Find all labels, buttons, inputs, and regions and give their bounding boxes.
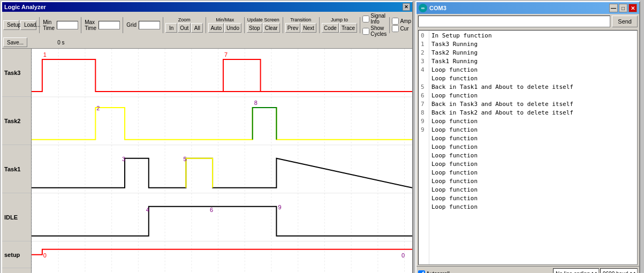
signal-label-task2: Task2 [2, 97, 31, 145]
autoscroll-checkbox[interactable] [418, 270, 425, 273]
transition-group: Transition Prev Next [285, 17, 316, 33]
com3-window: ∞ COM3 — □ ✕ Send 01234567899 In Setup f… [415, 1, 640, 273]
com3-line-text: Back in Task3 and About to delete itself [431, 100, 635, 109]
com3-line-text: Loop function [431, 203, 635, 211]
cur-checkbox[interactable] [392, 25, 399, 32]
svg-text:7: 7 [224, 51, 228, 58]
signal-info-label: Signal Info [370, 13, 387, 25]
save-button[interactable]: Save... [3, 37, 27, 47]
minmax-label: Min/Max [216, 17, 234, 22]
com3-line-text: Task2 Running [431, 49, 635, 57]
com3-input-row: Send [416, 14, 639, 29]
com3-line-number: 6 [421, 92, 427, 100]
com3-line-text: Task3 Running [431, 40, 635, 49]
com3-text-content: In Setup functionTask3 RunningTask2 Runn… [429, 31, 637, 264]
next-button[interactable]: Next [301, 23, 316, 33]
zoom-in-button[interactable]: In [165, 23, 177, 33]
transition-label: Transition [290, 17, 311, 22]
grid-label: Grid [125, 22, 138, 28]
svg-text:8: 8 [254, 100, 257, 106]
trace-button[interactable]: Trace [339, 23, 357, 33]
autoscroll-text: Autoscroll [426, 271, 450, 273]
signal-info-checkbox[interactable] [362, 16, 369, 22]
com3-close-button[interactable]: ✕ [628, 4, 637, 12]
grid-input[interactable] [139, 21, 160, 29]
signal-label-task1: Task1 [2, 145, 31, 193]
signal-labels-panel: Task3 Task2 Task1 IDLE setup [2, 49, 32, 273]
amp-checkbox-label[interactable]: Amp [392, 18, 411, 25]
min-time-label: Min Time [42, 19, 56, 31]
clear-button[interactable]: Clear [263, 23, 280, 33]
show-cycles-checkbox-label[interactable]: Show Cycles [362, 25, 387, 37]
com3-line-number [421, 134, 427, 143]
min-time-input[interactable] [57, 21, 78, 29]
waveform-area[interactable]: 1 2 3 4 5 6 7 8 9 0 0 [32, 49, 412, 273]
prev-button[interactable]: Prev [285, 23, 301, 33]
min-time-value: 0 s [57, 40, 64, 46]
com3-line-numbers: 01234567899 [419, 31, 429, 264]
auto-button[interactable]: Auto [208, 23, 224, 33]
com3-line-number [421, 74, 427, 83]
com3-serial-input[interactable] [418, 16, 610, 27]
max-time-input[interactable] [99, 21, 120, 29]
com3-line-number: 1 [421, 40, 427, 49]
jumpto-group: Jump to Code Trace [322, 17, 357, 33]
com3-line-text: Task1 Running [431, 57, 635, 66]
zoom-label: Zoom [178, 17, 191, 22]
signal-label-idle: IDLE [2, 193, 31, 241]
svg-rect-2 [32, 49, 412, 273]
zoom-all-button[interactable]: All [191, 23, 203, 33]
svg-text:0: 0 [401, 252, 405, 259]
com3-line-number: 5 [421, 83, 427, 92]
line-ending-select[interactable]: No line ending [553, 268, 599, 273]
com3-line-number [421, 203, 427, 211]
svg-text:1: 1 [43, 51, 47, 58]
signal-label-setup: setup [2, 241, 31, 268]
logic-analyzer-window: Logic Analyzer ✕ Setup... Load... Min Ti… [1, 1, 413, 273]
com3-titlebar-left: ∞ COM3 [419, 4, 446, 12]
zoom-out-button[interactable]: Out [178, 23, 191, 33]
com3-line-text: Loop function [431, 117, 635, 126]
svg-text:5: 5 [183, 156, 186, 162]
com3-maximize-button[interactable]: □ [619, 4, 627, 12]
baud-rate-select[interactable]: 9600 baud [600, 268, 638, 273]
cur-label: Cur [400, 26, 408, 32]
undo-button[interactable]: Undo [224, 23, 241, 33]
arduino-icon: ∞ [419, 4, 427, 12]
load-button[interactable]: Load... [20, 20, 36, 30]
com3-line-text: Loop function [431, 186, 635, 194]
cur-checkbox-label[interactable]: Cur [392, 25, 411, 32]
show-cycles-checkbox[interactable] [362, 28, 369, 35]
amp-checkbox[interactable] [392, 18, 399, 25]
la-close-button[interactable]: ✕ [403, 3, 410, 11]
com3-line-text: Loop function [431, 66, 635, 74]
setup-button[interactable]: Setup... [3, 20, 19, 30]
com3-minimize-button[interactable]: — [609, 4, 618, 12]
com3-line-number [421, 143, 427, 151]
autoscroll-label[interactable]: Autoscroll [418, 270, 450, 273]
com3-line-text: Loop function [431, 143, 635, 151]
com3-send-button[interactable]: Send [612, 16, 638, 27]
signal-info-checkbox-label[interactable]: Signal Info [362, 13, 387, 25]
com3-output-area[interactable]: 01234567899 In Setup functionTask3 Runni… [418, 30, 638, 265]
com3-line-number: 2 [421, 49, 427, 57]
com3-line-number [421, 177, 427, 186]
com3-line-number: 3 [421, 57, 427, 66]
com3-line-number: 9 [421, 117, 427, 126]
com3-titlebar: ∞ COM3 — □ ✕ [416, 2, 639, 14]
com3-line-number [421, 194, 427, 203]
com3-line-text: Loop function [431, 177, 635, 186]
com3-line-number [421, 169, 427, 177]
svg-text:4: 4 [146, 207, 149, 213]
svg-text:3: 3 [122, 156, 125, 162]
zoom-group: Zoom In Out All [165, 17, 203, 33]
amp-label: Amp [400, 18, 411, 24]
com3-line-text: Loop function [431, 134, 635, 143]
update-screen-label: Update Screen [247, 17, 279, 22]
waveform-svg: 1 2 3 4 5 6 7 8 9 0 0 [32, 49, 412, 273]
com3-footer: Autoscroll No line ending 9600 baud [416, 266, 639, 273]
svg-text:0: 0 [43, 252, 47, 259]
com3-line-number: 7 [421, 100, 427, 109]
stop-button[interactable]: Stop [247, 23, 262, 33]
code-button[interactable]: Code [322, 23, 339, 33]
